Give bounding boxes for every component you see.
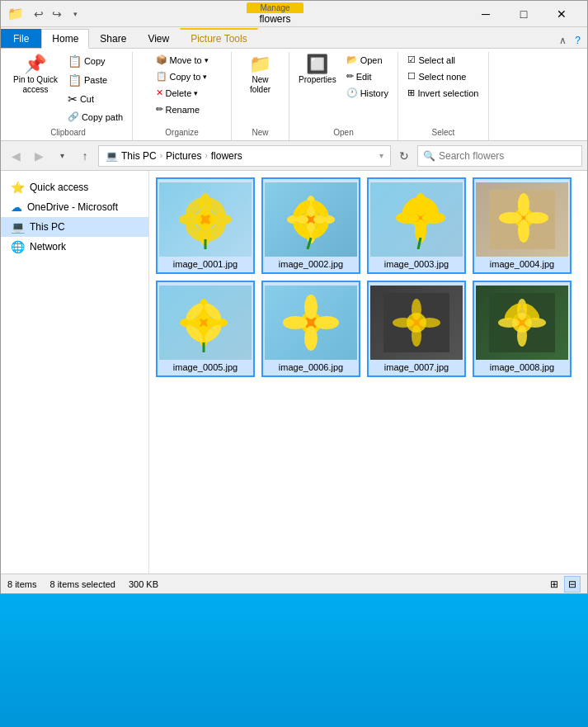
- delete-button[interactable]: ✕ Delete ▾: [152, 85, 213, 101]
- file-item[interactable]: image_0008.jpg: [473, 281, 572, 377]
- minimize-button[interactable]: ─: [467, 1, 505, 27]
- forward-button[interactable]: ▶: [29, 146, 49, 166]
- file-name: image_0007.jpg: [384, 362, 449, 372]
- file-thumbnail: [159, 286, 252, 360]
- up-button[interactable]: ↑: [75, 146, 95, 166]
- sidebar-item-quick-access[interactable]: ⭐ Quick access: [1, 177, 148, 197]
- search-box[interactable]: 🔍: [417, 145, 582, 167]
- large-icons-view-button[interactable]: ⊟: [564, 576, 581, 592]
- search-input[interactable]: [439, 150, 576, 162]
- path-flowers[interactable]: flowers: [211, 150, 242, 162]
- delete-icon: ✕: [156, 87, 163, 98]
- open-button[interactable]: 📂 Open: [342, 52, 393, 68]
- clipboard-col: 📋 Copy 📋 Paste ✂ Cut 🔗 Copy path: [64, 52, 127, 125]
- help-btn[interactable]: ?: [572, 33, 584, 48]
- properties-label: Properties: [299, 75, 336, 85]
- cut-button[interactable]: ✂ Cut: [64, 90, 127, 108]
- sidebar-item-label: This PC: [30, 221, 65, 233]
- address-path[interactable]: 💻 This PC › Pictures › flowers ▾: [98, 145, 391, 167]
- open-col: 📂 Open ✏ Edit 🕐 History: [342, 52, 393, 101]
- daffodil-svg: [383, 293, 449, 352]
- status-bar: 8 items 8 items selected 300 KB ⊞ ⊟: [1, 574, 587, 593]
- copy-to-button[interactable]: 📋 Copy to ▾: [152, 68, 213, 84]
- undo-button[interactable]: ↩: [31, 6, 47, 22]
- network-icon: 🌐: [11, 240, 25, 253]
- ribbon: 📌 Pin to Quickaccess 📋 Copy 📋 Paste ✂: [1, 49, 587, 141]
- rename-button[interactable]: ✏ Rename: [152, 101, 213, 117]
- title-bar-left: 📁 ↩ ↪ ▾: [7, 6, 83, 22]
- svg-point-59: [412, 325, 421, 347]
- select-all-button[interactable]: ☑ Select all: [403, 52, 482, 68]
- new-folder-button[interactable]: 📁 Newfolder: [245, 52, 276, 98]
- svg-point-34: [518, 193, 529, 216]
- file-item[interactable]: image_0002.jpg: [261, 177, 360, 274]
- daffodil-svg: [278, 190, 344, 249]
- recent-locations-button[interactable]: ▾: [52, 146, 72, 166]
- tab-home[interactable]: Home: [41, 29, 89, 49]
- svg-point-54: [314, 316, 339, 329]
- copy-button[interactable]: 📋 Copy: [64, 52, 127, 70]
- daffodil-svg: [383, 190, 449, 249]
- item-count: 8 items: [7, 579, 36, 589]
- close-button[interactable]: ✕: [543, 1, 581, 27]
- move-to-button[interactable]: 📦 Move to ▾: [152, 52, 213, 68]
- svg-point-52: [304, 326, 318, 351]
- tab-share[interactable]: Share: [89, 29, 137, 48]
- file-item[interactable]: image_0003.jpg: [367, 177, 466, 274]
- file-thumbnail: [265, 286, 357, 360]
- path-pictures[interactable]: Pictures: [166, 150, 201, 162]
- select-all-icon: ☑: [407, 54, 416, 65]
- tab-file[interactable]: File: [1, 29, 41, 48]
- maximize-button[interactable]: □: [505, 1, 543, 27]
- invert-label: Invert selection: [417, 88, 478, 98]
- ribbon-collapse-btn[interactable]: ∧: [556, 33, 570, 48]
- edit-label: Edit: [356, 72, 372, 82]
- path-this-pc[interactable]: This PC: [121, 150, 157, 162]
- tab-picture-tools[interactable]: Picture Tools: [180, 28, 257, 48]
- pin-to-quick-access-button[interactable]: 📌 Pin to Quickaccess: [9, 52, 62, 98]
- copy-path-button[interactable]: 🔗 Copy path: [64, 109, 127, 125]
- rename-label: Rename: [166, 105, 200, 115]
- svg-point-37: [525, 212, 548, 224]
- svg-point-60: [393, 318, 414, 328]
- file-item[interactable]: image_0006.jpg: [261, 281, 360, 377]
- main-content: ⭐ Quick access ☁ OneDrive - Microsoft 💻 …: [1, 171, 587, 574]
- edit-button[interactable]: ✏ Edit: [342, 68, 393, 84]
- copy-to-icon: 📋: [156, 71, 167, 82]
- file-item[interactable]: image_0007.jpg: [367, 281, 466, 377]
- tab-view[interactable]: View: [137, 29, 180, 48]
- open-label: Open: [333, 125, 353, 137]
- properties-button[interactable]: 🔲 Properties: [294, 52, 341, 88]
- file-name: image_0003.jpg: [384, 259, 449, 269]
- file-item[interactable]: image_0004.jpg: [473, 177, 572, 274]
- path-dropdown[interactable]: ▾: [379, 151, 383, 160]
- organize-col: 📦 Move to ▾ 📋 Copy to ▾ ✕ Delete ▾: [152, 52, 213, 117]
- file-item[interactable]: image_0001.jpg: [156, 177, 255, 274]
- qat-dropdown[interactable]: ▾: [67, 6, 83, 22]
- ribbon-tabs: File Home Share View Picture Tools ∧ ?: [1, 27, 587, 49]
- sidebar-item-network[interactable]: 🌐 Network: [1, 237, 148, 257]
- select-none-button[interactable]: ☐ Select none: [403, 68, 482, 84]
- copy-to-dropdown[interactable]: ▾: [203, 73, 207, 81]
- details-view-button[interactable]: ⊞: [546, 576, 562, 592]
- select-col: ☑ Select all ☐ Select none ⊞ Invert sele…: [403, 52, 482, 101]
- file-item[interactable]: image_0005.jpg: [156, 281, 255, 377]
- sidebar-item-onedrive[interactable]: ☁ OneDrive - Microsoft: [1, 197, 148, 217]
- daffodil-svg: [278, 293, 344, 352]
- sidebar-item-label: OneDrive - Microsoft: [27, 201, 118, 213]
- paste-button[interactable]: 📋 Paste: [64, 71, 127, 89]
- back-button[interactable]: ◀: [6, 146, 26, 166]
- path-root-icon: 💻: [106, 150, 118, 162]
- sidebar-item-this-pc[interactable]: 💻 This PC: [1, 217, 148, 237]
- invert-selection-button[interactable]: ⊞ Invert selection: [403, 85, 482, 101]
- sidebar: ⭐ Quick access ☁ OneDrive - Microsoft 💻 …: [1, 171, 149, 574]
- clipboard-label: Clipboard: [50, 125, 86, 137]
- history-button[interactable]: 🕐 History: [342, 85, 393, 101]
- redo-button[interactable]: ↪: [49, 6, 65, 22]
- refresh-button[interactable]: ↻: [394, 146, 414, 166]
- properties-icon: 🔲: [306, 55, 328, 73]
- move-to-dropdown[interactable]: ▾: [205, 56, 209, 64]
- history-label: History: [360, 88, 388, 98]
- delete-dropdown[interactable]: ▾: [194, 89, 198, 97]
- file-thumbnail: [476, 286, 568, 360]
